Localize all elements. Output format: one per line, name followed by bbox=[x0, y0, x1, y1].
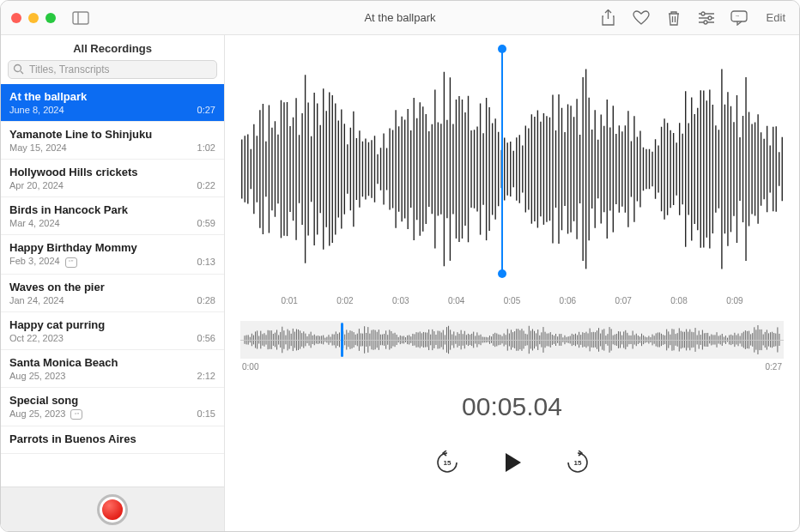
recording-duration: 0:59 bbox=[197, 218, 215, 228]
recording-title: Yamanote Line to Shinjuku bbox=[9, 128, 215, 141]
recording-duration: 0:15 bbox=[197, 408, 215, 419]
record-bar bbox=[1, 487, 224, 531]
waveform-detail[interactable] bbox=[240, 49, 784, 289]
svg-point-9 bbox=[704, 21, 707, 24]
recording-date: June 8, 2024 bbox=[9, 105, 64, 115]
play-button[interactable] bbox=[497, 447, 528, 478]
minimize-window-button[interactable] bbox=[28, 13, 39, 23]
overview-start-time: 0:00 bbox=[242, 362, 258, 372]
svg-text:“”: “” bbox=[736, 14, 739, 19]
recording-date: Feb 3, 2024“” bbox=[9, 256, 77, 268]
recording-date: Aug 25, 2023 bbox=[9, 371, 65, 381]
recordings-list: At the ballparkJune 8, 20240:27Yamanote … bbox=[1, 84, 224, 487]
skip-back-label: 15 bbox=[443, 459, 451, 467]
recording-item[interactable]: Hollywood Hills cricketsApr 20, 20240:22 bbox=[1, 160, 224, 197]
axis-tick: 0:04 bbox=[448, 296, 464, 305]
svg-rect-0 bbox=[73, 12, 88, 24]
share-button[interactable] bbox=[600, 9, 617, 27]
axis-tick: 0:07 bbox=[615, 296, 631, 305]
recording-duration: 0:28 bbox=[197, 295, 215, 305]
delete-button[interactable] bbox=[665, 9, 682, 27]
transcript-badge-icon: “” bbox=[70, 409, 82, 420]
sidebar: All Recordings At the ballparkJune 8, 20… bbox=[1, 35, 225, 531]
titlebar: At the ballpark bbox=[1, 1, 799, 35]
recording-duration: 0:13 bbox=[197, 257, 215, 267]
recording-item[interactable]: Happy cat purringOct 22, 20230:56 bbox=[1, 312, 224, 350]
axis-tick: 0:05 bbox=[504, 296, 520, 305]
axis-tick: 0:03 bbox=[392, 296, 409, 305]
settings-button[interactable] bbox=[698, 9, 715, 27]
recording-item[interactable]: Waves on the pierJan 24, 20240:28 bbox=[1, 275, 224, 312]
overview-end-time: 0:27 bbox=[766, 362, 782, 372]
recording-duration: 0:56 bbox=[197, 333, 215, 343]
recording-duration: 0:27 bbox=[197, 105, 215, 115]
svg-point-12 bbox=[15, 65, 21, 72]
recording-title: Happy Birthday Mommy bbox=[9, 241, 215, 254]
svg-point-7 bbox=[708, 16, 712, 20]
recording-item[interactable]: Yamanote Line to ShinjukuMay 15, 20241:0… bbox=[1, 122, 224, 160]
fullscreen-window-button[interactable] bbox=[45, 13, 56, 23]
skip-forward-button[interactable]: 15 bbox=[562, 447, 593, 478]
axis-tick: 0:08 bbox=[670, 296, 687, 305]
axis-tick: 0:06 bbox=[560, 296, 576, 305]
svg-line-13 bbox=[21, 71, 23, 74]
axis-tick: 0:02 bbox=[336, 296, 353, 305]
detail-pane: 0:010:020:030:040:050:060:070:080:09 0:0… bbox=[225, 35, 799, 531]
recording-duration: 0:22 bbox=[197, 180, 215, 190]
recording-date: Mar 4, 2024 bbox=[9, 218, 60, 228]
playback-controls: 15 15 bbox=[240, 447, 784, 478]
recording-item[interactable]: Santa Monica BeachAug 25, 20232:12 bbox=[1, 350, 224, 388]
search-icon bbox=[13, 63, 24, 78]
time-axis: 0:010:020:030:040:050:060:070:080:09 bbox=[240, 293, 784, 305]
sidebar-toggle-button[interactable] bbox=[71, 10, 90, 26]
sidebar-header: All Recordings bbox=[1, 35, 224, 60]
recording-title: Special song bbox=[9, 394, 215, 407]
recording-item[interactable]: At the ballparkJune 8, 20240:27 bbox=[1, 84, 224, 122]
recording-title: At the ballpark bbox=[9, 90, 215, 103]
current-time: 00:05.04 bbox=[240, 392, 784, 421]
svg-rect-10 bbox=[731, 11, 747, 21]
close-window-button[interactable] bbox=[11, 13, 21, 23]
recording-title: Waves on the pier bbox=[9, 281, 215, 293]
recording-item[interactable]: Happy Birthday MommyFeb 3, 2024“”0:13 bbox=[1, 235, 224, 275]
toolbar-right: “” Edit bbox=[600, 9, 789, 27]
recording-date: Jan 24, 2024 bbox=[9, 295, 64, 305]
axis-tick: 0:09 bbox=[726, 296, 742, 305]
record-button[interactable] bbox=[97, 494, 128, 525]
skip-back-button[interactable]: 15 bbox=[432, 447, 463, 478]
recording-duration: 2:12 bbox=[197, 371, 215, 381]
recording-title: Happy cat purring bbox=[9, 318, 215, 331]
recording-title: Parrots in Buenos Aires bbox=[9, 432, 215, 445]
transcript-badge-icon: “” bbox=[65, 257, 77, 268]
favorite-button[interactable] bbox=[633, 9, 650, 27]
recording-item[interactable]: Parrots in Buenos Aires bbox=[1, 426, 224, 454]
record-icon bbox=[102, 499, 123, 520]
recording-duration: 1:02 bbox=[197, 142, 215, 153]
recording-date: Aug 25, 2023“” bbox=[9, 408, 82, 420]
recording-title: Hollywood Hills crickets bbox=[9, 166, 215, 178]
recording-date: May 15, 2024 bbox=[9, 142, 67, 153]
recording-title: Birds in Hancock Park bbox=[9, 203, 215, 216]
recording-date: Oct 22, 2023 bbox=[9, 333, 64, 343]
svg-point-5 bbox=[701, 12, 705, 15]
window-title: At the ballpark bbox=[364, 11, 435, 24]
waveform-overview[interactable] bbox=[240, 321, 784, 359]
playhead[interactable] bbox=[501, 49, 503, 274]
recording-item[interactable]: Special songAug 25, 2023“”0:15 bbox=[1, 388, 224, 427]
edit-button[interactable]: Edit bbox=[763, 11, 789, 24]
window-controls bbox=[11, 13, 56, 23]
recording-date: Apr 20, 2024 bbox=[9, 180, 64, 190]
recording-item[interactable]: Birds in Hancock ParkMar 4, 20240:59 bbox=[1, 197, 224, 235]
search-input[interactable] bbox=[8, 60, 217, 79]
overview-playhead[interactable] bbox=[341, 323, 343, 357]
recording-title: Santa Monica Beach bbox=[9, 356, 215, 369]
axis-tick: 0:01 bbox=[281, 296, 297, 305]
transcript-button[interactable]: “” bbox=[730, 9, 748, 27]
skip-forward-label: 15 bbox=[573, 459, 581, 467]
